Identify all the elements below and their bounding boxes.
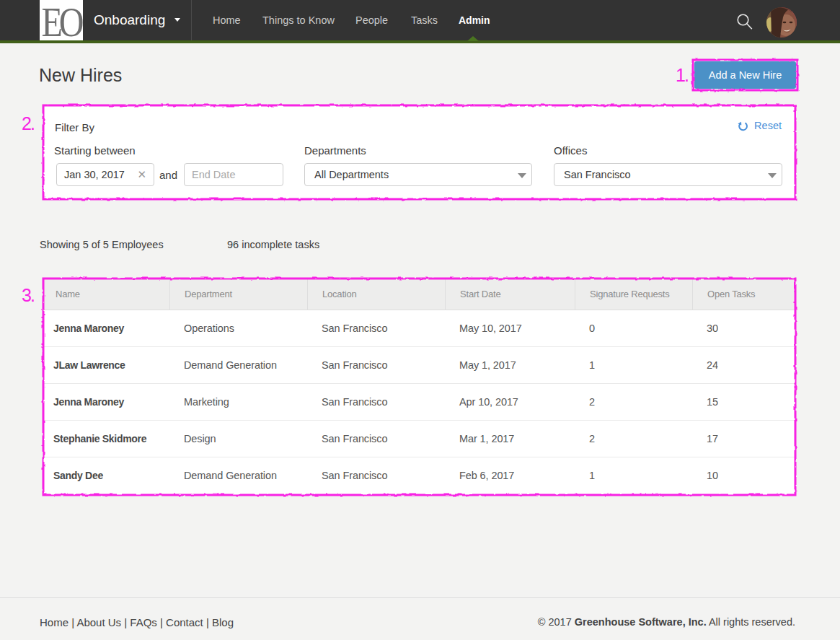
svg-text:EO: EO (42, 0, 83, 40)
